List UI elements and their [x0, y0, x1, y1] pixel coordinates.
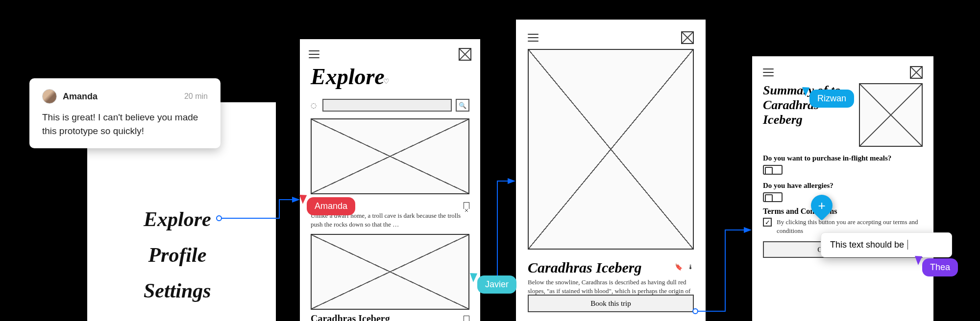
comment-body: This is great! I can't believe you made … [42, 111, 208, 138]
card-title: Caradhras Iceberg [311, 313, 390, 321]
question-meals: Do you want to purchase in-flight meals? [763, 154, 891, 162]
collaborator-cursor-rizwan: Rizwan [804, 86, 854, 108]
artboard-explore[interactable]: Explore ♡ ◌ 🔍 Troll Cave Unlike a dwarf … [300, 39, 480, 321]
cursor-label: Javier [477, 275, 516, 294]
bookmark-icon[interactable]: 🔖 [675, 263, 683, 271]
thermometer-icon: 🌡 [687, 263, 694, 271]
image-placeholder [859, 83, 923, 147]
artboard-detail[interactable]: Caradhras Iceberg 🔖 🌡 Below the snowline… [516, 20, 706, 321]
menu-item-profile[interactable]: Profile [148, 243, 206, 267]
collaborator-cursor-amanda: Amanda [301, 193, 355, 215]
menu-item-explore[interactable]: Explore [144, 207, 211, 231]
page-title: Explore [311, 64, 385, 90]
image-placeholder [311, 118, 469, 194]
page-title: Caradhras Iceberg [528, 259, 642, 276]
hamburger-icon[interactable] [763, 69, 774, 76]
search-input[interactable] [322, 99, 452, 112]
flow-node[interactable] [692, 308, 698, 314]
search-button[interactable]: 🔍 [456, 99, 469, 112]
cursor-label: Rizwan [809, 90, 854, 108]
terms-checkbox[interactable]: ✓ [763, 218, 772, 227]
button-label: Book this trip [590, 299, 631, 308]
bookmark-icon[interactable] [464, 316, 469, 321]
menu-item-settings[interactable]: Settings [144, 279, 211, 302]
heart-icon[interactable]: ♡ [383, 77, 390, 85]
avatar [42, 89, 57, 104]
toggle-allergies[interactable] [763, 192, 783, 202]
collaborator-cursor-thea: Thea [916, 254, 958, 276]
comment-card[interactable]: Amanda 20 min This is great! I can't bel… [29, 78, 220, 148]
question-allergies: Do you have allergies? [763, 182, 833, 190]
comment-input[interactable]: This text should be [821, 232, 952, 257]
plus-icon: + [818, 198, 825, 213]
toggle-meals[interactable] [763, 165, 783, 175]
image-placeholder [311, 234, 469, 310]
flow-node[interactable] [216, 215, 222, 221]
close-icon[interactable] [681, 31, 694, 44]
collaborator-cursor-javier: Javier [471, 272, 516, 294]
comment-input-text: This text should be [830, 240, 904, 250]
comment-author: Amanda [63, 92, 184, 102]
comment-time: 20 min [184, 92, 208, 101]
close-icon[interactable] [910, 66, 923, 79]
hamburger-icon[interactable] [528, 34, 539, 42]
image-placeholder [528, 49, 694, 250]
bulb-icon: ◌ [311, 101, 318, 109]
hamburger-icon[interactable] [309, 50, 319, 58]
close-icon[interactable] [459, 48, 471, 61]
cursor-label: Thea [922, 258, 958, 276]
bookmark-icon[interactable] [464, 202, 469, 209]
cursor-label: Amanda [307, 197, 355, 215]
book-trip-button[interactable]: Book this trip [528, 295, 694, 312]
